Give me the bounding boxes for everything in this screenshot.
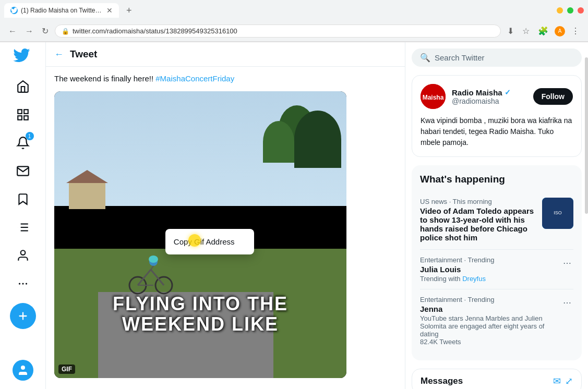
extensions-avatar[interactable]: A bbox=[555, 26, 565, 37]
trend-meta-text-2: Trending with bbox=[420, 275, 462, 283]
new-tab-button[interactable]: + bbox=[123, 4, 135, 17]
trend-item-2[interactable]: Entertainment · Trending Julia Louis Tre… bbox=[420, 250, 573, 289]
close-button[interactable] bbox=[578, 7, 584, 14]
search-bar[interactable]: 🔍 bbox=[412, 48, 582, 67]
trend-info-2: Entertainment · Trending Julia Louis Tre… bbox=[420, 256, 555, 283]
download-icon[interactable]: ⬇ bbox=[505, 24, 516, 38]
profile-info: Radio Maisha ✓ @radiomaisha bbox=[452, 88, 527, 105]
sidebar-item-more[interactable] bbox=[10, 271, 36, 297]
profile-bio: Kwa vipindi bomba , muziki bora wa kiafr… bbox=[421, 115, 573, 148]
twitter-logo[interactable] bbox=[13, 46, 33, 67]
gif-badge: GIF bbox=[58, 364, 75, 374]
svg-point-12 bbox=[18, 283, 20, 284]
right-sidebar: 🔍 Maisha Radio Maisha ✓ @radiomaisha bbox=[405, 42, 588, 389]
messages-title: Messages bbox=[421, 376, 463, 386]
sidebar: 1 bbox=[0, 42, 46, 389]
sidebar-item-lists[interactable] bbox=[10, 214, 36, 240]
window-controls bbox=[557, 7, 584, 14]
scene-house bbox=[69, 183, 105, 209]
menu-icon[interactable]: ⋮ bbox=[569, 24, 582, 38]
trend-hashtag-2[interactable]: Dreyfus bbox=[462, 275, 486, 283]
svg-point-14 bbox=[21, 366, 25, 370]
omnibar: ← → ↻ 🔒 twitter.com/radiomaisha/status/1… bbox=[0, 21, 588, 42]
whats-happening-section: What's happening US news · This morning … bbox=[412, 165, 582, 360]
svg-rect-0 bbox=[18, 110, 22, 114]
address-bar[interactable]: 🔒 twitter.com/radiomaisha/status/1382899… bbox=[55, 25, 501, 38]
svg-rect-1 bbox=[24, 110, 28, 114]
puzzle-icon[interactable]: 🧩 bbox=[536, 24, 550, 38]
tab-close-button[interactable]: ✕ bbox=[106, 6, 113, 15]
trend-name-1: Video of Adam Toledo appears to show 13-… bbox=[420, 206, 536, 242]
trend-description-3: YouTube stars Jenna Marbles and Julien S… bbox=[420, 314, 555, 338]
follow-button[interactable]: Follow bbox=[533, 88, 573, 105]
house-roof bbox=[66, 170, 108, 183]
user-avatar[interactable] bbox=[13, 360, 33, 381]
back-button[interactable]: ← bbox=[6, 25, 19, 38]
tweet-hashtag[interactable]: #MaishaConcertFriday bbox=[155, 74, 234, 83]
sidebar-item-explore[interactable] bbox=[10, 102, 36, 128]
gif-container[interactable]: FLYING INTO THE WEEKEND LIKE Copy Gif Ad… bbox=[54, 91, 346, 378]
trend-category-3: Entertainment · Trending bbox=[420, 296, 555, 303]
search-icon: 🔍 bbox=[420, 53, 430, 63]
star-icon[interactable]: ☆ bbox=[520, 24, 532, 38]
svg-point-11 bbox=[22, 283, 23, 284]
copy-gif-address-menuitem[interactable]: Copy Gif Address bbox=[165, 231, 254, 252]
url-text: twitter.com/radiomaisha/status/138289954… bbox=[73, 27, 494, 35]
trend-more-3[interactable]: ⋯ bbox=[561, 296, 573, 310]
minimize-button[interactable] bbox=[557, 7, 563, 14]
whats-happening-title: What's happening bbox=[420, 174, 573, 185]
messages-bar: Messages ✉ ⤢ bbox=[412, 369, 582, 389]
tweet-text: The weekend is finally here!! #MaishaCon… bbox=[54, 73, 397, 85]
trend-item-1[interactable]: US news · This morning Video of Adam Tol… bbox=[420, 191, 573, 250]
cursor-indicator bbox=[188, 234, 201, 247]
tweet-header: ← Tweet bbox=[46, 42, 405, 67]
trend-item-3[interactable]: Entertainment · Trending Jenna YouTube s… bbox=[420, 289, 573, 352]
profile-name-text: Radio Maisha bbox=[452, 88, 502, 97]
maximize-button[interactable] bbox=[567, 7, 573, 14]
toolbar-icons: ⬇ ☆ 🧩 A ⋮ bbox=[505, 24, 582, 38]
profile-card: Maisha Radio Maisha ✓ @radiomaisha Follo… bbox=[412, 75, 582, 157]
bike-rider bbox=[127, 254, 179, 298]
back-arrow-button[interactable]: ← bbox=[54, 49, 64, 60]
svg-rect-2 bbox=[24, 116, 28, 120]
profile-card-header: Maisha Radio Maisha ✓ @radiomaisha Follo… bbox=[421, 84, 573, 109]
browser-tab[interactable]: (1) Radio Maisha on Twitter: "The ✕ bbox=[4, 3, 119, 18]
trend-category-1: US news · This morning bbox=[420, 198, 536, 205]
sidebar-item-bookmarks[interactable] bbox=[10, 186, 36, 212]
sidebar-item-messages[interactable] bbox=[10, 158, 36, 184]
lock-icon: 🔒 bbox=[62, 28, 69, 35]
browser-chrome: (1) Radio Maisha on Twitter: "The ✕ + ← … bbox=[0, 0, 588, 42]
trend-tweets-3: 82.4K Tweets bbox=[420, 338, 555, 346]
tree-3 bbox=[263, 121, 294, 163]
sidebar-item-profile[interactable] bbox=[10, 242, 36, 269]
compose-tweet-button[interactable] bbox=[10, 303, 36, 329]
svg-point-10 bbox=[20, 250, 25, 255]
expand-messages-icon[interactable]: ⤢ bbox=[565, 375, 573, 387]
gif-overlay-text: FLYING INTO THE WEEKEND LIKE bbox=[54, 294, 346, 335]
scene-trees bbox=[244, 105, 346, 263]
svg-rect-3 bbox=[18, 116, 22, 120]
verified-badge: ✓ bbox=[505, 88, 511, 96]
trend-info-3: Entertainment · Trending Jenna YouTube s… bbox=[420, 296, 555, 346]
tweet-header-title: Tweet bbox=[70, 48, 97, 60]
context-menu: Copy Gif Address bbox=[165, 229, 254, 254]
messages-icons: ✉ ⤢ bbox=[553, 375, 573, 387]
svg-line-21 bbox=[151, 266, 153, 270]
notification-badge: 1 bbox=[26, 132, 34, 140]
profile-handle: @radiomaisha bbox=[452, 97, 527, 105]
scrollbar[interactable] bbox=[585, 57, 588, 214]
reload-button[interactable]: ↻ bbox=[40, 24, 51, 38]
gif-text-line2: WEEKEND LIKE bbox=[54, 314, 346, 335]
title-bar: (1) Radio Maisha on Twitter: "The ✕ + bbox=[0, 0, 588, 21]
tweet-text-before-hashtag: The weekend is finally here!! bbox=[54, 74, 155, 83]
sidebar-item-notifications[interactable]: 1 bbox=[10, 130, 36, 156]
forward-button[interactable]: → bbox=[23, 25, 35, 38]
svg-text:Maisha: Maisha bbox=[423, 94, 444, 101]
profile-avatar: Maisha bbox=[421, 84, 446, 109]
svg-point-13 bbox=[25, 283, 27, 284]
compose-message-icon[interactable]: ✉ bbox=[553, 375, 561, 387]
sidebar-item-home[interactable] bbox=[10, 74, 36, 100]
trend-more-2[interactable]: ⋯ bbox=[561, 256, 573, 270]
tweet-body: The weekend is finally here!! #MaishaCon… bbox=[46, 67, 405, 384]
search-input[interactable] bbox=[435, 53, 573, 62]
